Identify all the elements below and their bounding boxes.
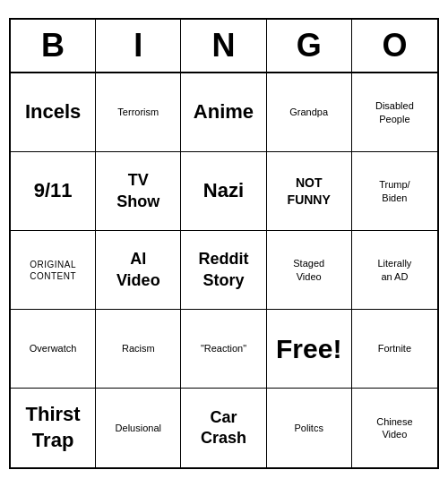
cell-label: Politcs <box>294 422 323 434</box>
bingo-cell[interactable]: Politcs <box>267 389 352 467</box>
cell-label: Terrorism <box>117 106 159 118</box>
bingo-card: BINGO IncelsTerrorismAnimeGrandpaDisable… <box>9 18 439 469</box>
cell-label: Trump/ Biden <box>379 178 409 204</box>
bingo-cell[interactable]: Incels <box>11 73 96 152</box>
bingo-header: BINGO <box>11 20 437 73</box>
cell-label: Racism <box>122 342 155 355</box>
bingo-cell[interactable]: Free! <box>267 310 352 389</box>
header-letter: I <box>96 20 181 72</box>
cell-label: Incels <box>25 99 81 125</box>
cell-label: Delusional <box>116 422 161 434</box>
bingo-cell[interactable]: ORIGINAL CONTENT <box>11 231 96 310</box>
cell-label: ORIGINAL CONTENT <box>30 259 76 282</box>
cell-label: 9/11 <box>34 178 73 204</box>
bingo-cell[interactable]: Grandpa <box>267 73 352 152</box>
bingo-cell[interactable]: Fortnite <box>352 310 437 389</box>
bingo-cell[interactable]: Reddit Story <box>181 231 266 310</box>
cell-label: Literally an AD <box>377 257 411 283</box>
cell-label: Nazi <box>203 178 244 204</box>
bingo-cell[interactable]: Overwatch <box>11 310 96 389</box>
cell-label: Chinese Video <box>376 415 412 441</box>
bingo-cell[interactable]: Delusional <box>96 389 181 467</box>
bingo-cell[interactable]: Car Crash <box>181 389 266 467</box>
cell-label: Fortnite <box>378 342 411 355</box>
header-letter: B <box>11 20 96 72</box>
cell-label: Reddit Story <box>198 249 248 291</box>
cell-label: TV Show <box>116 170 159 212</box>
cell-label: NOT FUNNY <box>288 175 331 207</box>
bingo-grid: IncelsTerrorismAnimeGrandpaDisabled Peop… <box>11 73 437 467</box>
bingo-cell[interactable]: NOT FUNNY <box>267 152 352 231</box>
bingo-cell[interactable]: TV Show <box>96 152 181 231</box>
bingo-cell[interactable]: Thirst Trap <box>11 389 96 467</box>
cell-label: Grandpa <box>289 106 328 118</box>
cell-label: Free! <box>276 331 341 366</box>
bingo-cell[interactable]: Staged Video <box>267 231 352 310</box>
bingo-cell[interactable]: Anime <box>181 73 266 152</box>
bingo-cell[interactable]: Literally an AD <box>352 231 437 310</box>
header-letter: G <box>267 20 352 72</box>
bingo-cell[interactable]: Racism <box>96 310 181 389</box>
bingo-cell[interactable]: "Reaction" <box>181 310 266 389</box>
cell-label: Thirst Trap <box>26 402 81 453</box>
bingo-cell[interactable]: Nazi <box>181 152 266 231</box>
bingo-cell[interactable]: Disabled People <box>352 73 437 152</box>
bingo-cell[interactable]: Chinese Video <box>352 389 437 467</box>
cell-label: Disabled People <box>375 99 414 125</box>
bingo-cell[interactable]: 9/11 <box>11 152 96 231</box>
bingo-cell[interactable]: Trump/ Biden <box>352 152 437 231</box>
cell-label: "Reaction" <box>201 342 246 355</box>
bingo-cell[interactable]: AI Video <box>96 231 181 310</box>
header-letter: O <box>352 20 437 72</box>
bingo-cell[interactable]: Terrorism <box>96 73 181 152</box>
cell-label: Staged Video <box>293 257 324 283</box>
cell-label: Anime <box>194 99 254 125</box>
cell-label: Overwatch <box>30 342 77 355</box>
cell-label: Car Crash <box>201 407 246 449</box>
header-letter: N <box>181 20 266 72</box>
cell-label: AI Video <box>116 249 160 291</box>
